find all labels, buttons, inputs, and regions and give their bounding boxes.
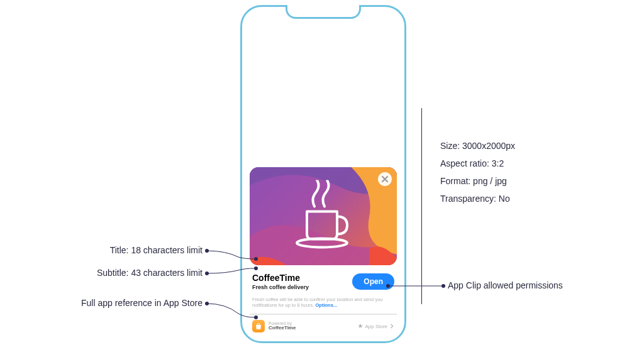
annotation-dot bbox=[254, 257, 258, 261]
app-store-link[interactable]: App Store bbox=[358, 324, 394, 329]
spec-format: Format: png / jpg bbox=[440, 172, 515, 190]
close-icon bbox=[381, 175, 389, 183]
app-store-label: App Store bbox=[365, 324, 387, 329]
appstore-icon bbox=[358, 324, 363, 329]
annotation-leader bbox=[207, 304, 257, 319]
annotation-appstore-ref: Full app reference in App Store bbox=[0, 298, 203, 308]
app-icon bbox=[252, 320, 265, 332]
permissions-text: Fresh coffee will be able to confirm you… bbox=[250, 297, 397, 315]
close-button[interactable] bbox=[378, 172, 392, 186]
phone-notch bbox=[286, 5, 361, 19]
bag-icon bbox=[255, 322, 262, 330]
image-specs: Size: 3000x2000px Aspect ratio: 3:2 Form… bbox=[440, 137, 515, 207]
annotation-permissions: App Clip allowed permissions bbox=[448, 280, 563, 290]
meta-row: CoffeeTime Fresh coffee delivery Open bbox=[250, 265, 397, 297]
annotation-dot bbox=[254, 266, 258, 270]
spec-aspect: Aspect ratio: 3:2 bbox=[440, 155, 515, 172]
app-title: CoffeeTime bbox=[252, 273, 347, 283]
spec-transparency: Transparency: No bbox=[440, 190, 515, 207]
footer-app-name: CoffeeTime bbox=[269, 326, 354, 331]
chevron-right-icon bbox=[389, 324, 394, 329]
permissions-options-link[interactable]: Options... bbox=[315, 302, 337, 308]
coffee-cup-icon bbox=[286, 180, 361, 255]
annotation-title-limit: Title: 18 characters limit bbox=[0, 245, 203, 255]
app-subtitle: Fresh coffee delivery bbox=[252, 284, 347, 290]
annotation-subtitle-limit: Subtitle: 43 characters limit bbox=[0, 268, 203, 278]
annotation-dot bbox=[254, 315, 258, 319]
app-clip-card: CoffeeTime Fresh coffee delivery Open Fr… bbox=[250, 167, 397, 334]
annotation-dot bbox=[441, 284, 445, 288]
spec-size: Size: 3000x2000px bbox=[440, 137, 515, 155]
annotation-leader bbox=[388, 284, 445, 290]
spec-divider bbox=[421, 108, 422, 304]
meta-text: CoffeeTime Fresh coffee delivery bbox=[252, 273, 347, 290]
hero-image bbox=[250, 167, 397, 265]
footer-text: Powered by CoffeeTime bbox=[269, 321, 354, 331]
phone-frame: CoffeeTime Fresh coffee delivery Open Fr… bbox=[240, 5, 406, 343]
annotation-leader bbox=[207, 268, 257, 276]
annotation-leader bbox=[207, 251, 257, 260]
footer-row: Powered by CoffeeTime App Store bbox=[250, 315, 397, 334]
